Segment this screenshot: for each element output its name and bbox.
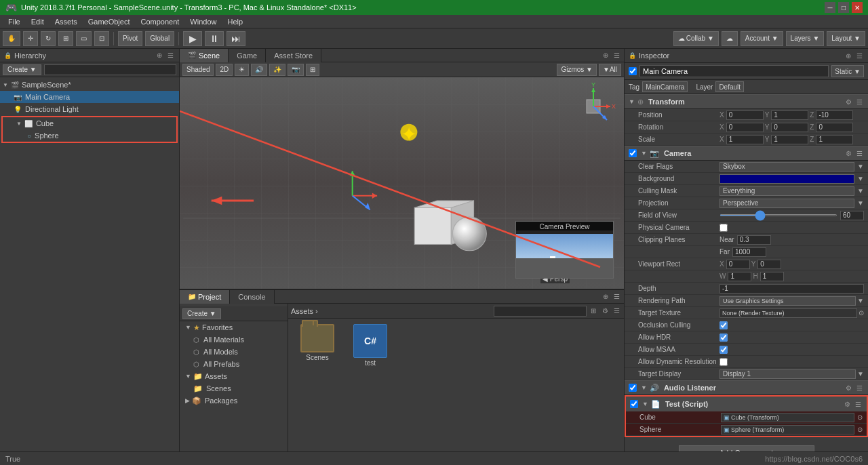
background-color-swatch[interactable] [719,174,854,184]
menu-window[interactable]: Window [184,18,222,26]
tag-dropdown[interactable]: MainCamera [642,81,688,92]
camera-menu-icon[interactable]: ☰ [854,148,864,158]
camera-component-header[interactable]: ▼ 📷 Camera ⚙ ☰ [625,146,868,161]
menu-assets[interactable]: Assets [50,18,83,26]
project-menu-icon[interactable]: ☰ [612,292,621,302]
hierarchy-pin-icon[interactable]: ⊕ [155,51,164,60]
dynamic-res-checkbox[interactable] [719,358,728,366]
audio-button[interactable]: 🔊 [251,64,267,76]
projection-dropdown[interactable]: Perspective [719,199,854,208]
menu-gameobject[interactable]: GameObject [83,18,136,26]
project-all-models[interactable]: ⬡ All Models [180,346,288,358]
hierarchy-item-directionallight[interactable]: 💡 Directional Light [0,103,179,115]
target-texture-field[interactable]: None (Render Texture) [719,308,857,318]
account-button[interactable]: Account ▼ [741,31,783,46]
pos-x-input[interactable] [726,110,764,120]
hierarchy-create-button[interactable]: Create ▼ [3,64,41,75]
project-favorites[interactable]: ▼ ★ Favorites [180,321,288,333]
scene-pin-icon[interactable]: ⊕ [601,51,610,60]
scene-menu-icon[interactable]: ☰ [612,51,621,60]
test-enable-checkbox[interactable] [630,400,638,408]
rendering-path-dropdown[interactable]: Use Graphics Settings [719,296,856,306]
project-pin-icon[interactable]: ⊕ [601,292,610,302]
global-button[interactable]: Global [145,31,174,46]
play-button[interactable]: ▶ [183,31,202,46]
step-button[interactable]: ⏭ [226,31,245,46]
cloud-button[interactable]: ☁ [722,31,738,46]
scene-viewport[interactable]: ✦ [180,77,624,289]
scl-y-input[interactable] [771,135,808,144]
menu-help[interactable]: Help [222,18,248,26]
rotate-tool-button[interactable]: ↻ [41,31,56,46]
scale-tool-button[interactable]: ⊞ [58,31,73,46]
hand-tool-button[interactable]: ✋ [3,31,20,46]
vp-x-input[interactable] [726,260,750,269]
scl-z-input[interactable] [816,135,853,144]
maximize-button[interactable]: □ [838,2,849,13]
close-button[interactable]: ✕ [852,2,863,13]
scene-camera-button[interactable]: 📷 [288,64,304,76]
culling-mask-dropdown[interactable]: Everything [719,186,854,196]
gizmos-dropdown[interactable]: Gizmos ▼ [557,64,597,76]
test-settings-icon[interactable]: ⚙ [842,399,852,409]
transform-component-header[interactable]: ▼ ⊕ Transform ⚙ ☰ [625,94,868,109]
pivot-button[interactable]: Pivot [118,31,142,46]
pos-y-input[interactable] [771,110,808,120]
rot-x-input[interactable] [726,123,764,132]
inspector-menu-icon[interactable]: ☰ [854,51,864,60]
hierarchy-menu-icon[interactable]: ☰ [165,51,175,60]
fx-button[interactable]: ✨ [269,64,285,76]
test-menu-icon[interactable]: ☰ [853,399,863,409]
camera-settings-icon[interactable]: ⚙ [844,148,853,158]
project-view-toggle[interactable]: ⊞ [589,306,598,316]
project-scenes-folder[interactable]: 📁 Scenes [180,382,288,395]
transform-settings-icon[interactable]: ⚙ [844,97,853,106]
sphere-pick-icon[interactable]: ⊙ [857,426,863,433]
sphere-obj-ref[interactable]: ▣ Sphere (Transform) [721,425,854,434]
camera-enable-checkbox[interactable] [629,149,637,157]
hdr-checkbox[interactable] [719,333,728,342]
pos-z-input[interactable] [816,110,853,120]
tab-console[interactable]: Console [230,290,274,304]
asset-test-cs[interactable]: C# test [347,324,394,367]
minimize-button[interactable]: ─ [825,2,835,13]
object-name-input[interactable] [639,65,829,77]
tab-asset-store[interactable]: Asset Store [266,49,321,62]
lights-button[interactable]: ☀ [235,64,249,76]
rot-y-input[interactable] [771,123,808,132]
add-component-button[interactable]: Add Component [679,445,814,451]
transform-menu-icon[interactable]: ☰ [854,97,864,106]
static-dropdown[interactable]: Static ▼ [831,65,864,77]
shading-dropdown[interactable]: Shaded [182,64,214,76]
inspector-pin-icon[interactable]: ⊕ [844,51,853,60]
vp-h-input[interactable] [760,272,784,281]
vp-w-input[interactable] [728,272,751,281]
hierarchy-item-sphere[interactable]: ○ Sphere [3,129,176,142]
hierarchy-item-samplescene[interactable]: ▼ 🎬 SampleScene* [0,79,179,91]
tab-scene[interactable]: 🎬 Scene [180,49,229,62]
layer-dropdown[interactable]: Default [715,81,744,92]
physical-camera-checkbox[interactable] [719,224,728,232]
target-display-dropdown[interactable]: Display 1 [719,369,856,379]
vp-y-input[interactable] [757,260,781,269]
rect-tool-button[interactable]: ▭ [76,31,92,46]
msaa-checkbox[interactable] [719,346,728,354]
cube-obj-ref[interactable]: ▣ Cube (Transform) [721,413,854,422]
menu-file[interactable]: File [3,18,26,26]
rot-z-input[interactable] [816,123,853,132]
hierarchy-item-maincamera[interactable]: 📷 Main Camera [0,91,179,103]
audio-listener-header[interactable]: ▼ 🔊 Audio Listener ⚙ ☰ [625,380,868,395]
hierarchy-search-input[interactable] [44,64,176,75]
project-settings-icon[interactable]: ⚙ [600,306,610,316]
scl-x-input[interactable] [726,135,764,144]
all-dropdown[interactable]: ▼All [599,64,621,76]
fov-input[interactable] [840,211,864,220]
project-layout-icon[interactable]: ☰ [612,306,621,316]
target-texture-pick-icon[interactable]: ⊙ [859,309,864,317]
hierarchy-item-cube[interactable]: ▼ ⬜ Cube [3,117,176,129]
clipping-near-input[interactable] [737,235,771,245]
tab-game[interactable]: Game [229,49,266,62]
project-all-prefabs[interactable]: ⬡ All Prefabs [180,358,288,370]
depth-input[interactable] [719,284,864,294]
clear-flags-dropdown[interactable]: Skybox [719,162,854,171]
